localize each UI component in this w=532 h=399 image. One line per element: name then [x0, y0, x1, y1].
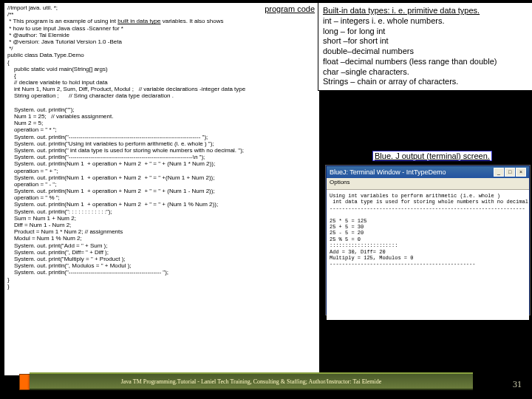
code-line: String operation ; // Sring character da… — [7, 92, 316, 99]
datatype-row: int – integers i. e. whole numbers. — [323, 16, 532, 27]
code-line: System. out. println("------------------… — [7, 154, 316, 160]
code-line — [7, 100, 316, 106]
code-line: Num 2 = 5; — [7, 120, 316, 126]
code-line: System. out. println(": : : : : : : : : … — [7, 208, 316, 215]
datatypes-heading: Built-in data types: i. e. primitive dat… — [323, 6, 532, 16]
slide-number: 31 — [513, 379, 522, 390]
terminal-title: BlueJ: Terminal Window - IntTypeDemo — [330, 168, 446, 176]
terminal-body: Using int variables to perform arithmeti… — [327, 190, 529, 320]
code-line: System. out. println("------------------… — [7, 134, 316, 140]
code-line: operation = " - "; — [7, 181, 316, 188]
code-line: public class Data.Type.Demo — [7, 52, 316, 58]
code-line: * @author: Tai Elemide — [7, 32, 316, 38]
code-line: System. out. println(""); — [7, 106, 316, 113]
code-line: Diff = Num 1 - Num 2; — [7, 222, 316, 228]
terminal-titlebar: BlueJ: Terminal Window - IntTypeDemo _□× — [327, 166, 529, 178]
code-line: System. out. println(", Modulos = " + Mo… — [7, 262, 316, 269]
code-line: * @version: Java Tutorial Version 1.0 -B… — [7, 38, 316, 45]
code-line: System. out. println(Num 1 + operation +… — [7, 160, 316, 167]
code-line: System. out. println(" int data type is … — [7, 147, 316, 154]
code-line: } — [7, 276, 316, 283]
footer-text: Java TM Programming.Tutorial - Laniel Te… — [121, 378, 382, 385]
code-line: int Num 1, Num 2, Sum, Diff, Product, Mo… — [7, 86, 316, 92]
code-line: operation = " % "; — [7, 194, 316, 201]
code-line: * This program is an example of using in… — [7, 18, 316, 24]
code-line: public static void main(String[] args) — [7, 66, 316, 72]
close-icon[interactable]: × — [516, 168, 526, 177]
code-line: // declare variable to hold input data — [7, 79, 316, 86]
footer-bar: Java TM Programming.Tutorial - Laniel Te… — [30, 372, 473, 390]
terminal-window: BlueJ: Terminal Window - IntTypeDemo _□×… — [326, 166, 530, 315]
code-line: operation = " * "; — [7, 126, 316, 133]
datatype-row: long – for long int — [323, 27, 532, 37]
code-box: //import java. util. *; /** * This progr… — [4, 2, 320, 376]
code-line: System. out. println(Num 1 + operation +… — [7, 201, 316, 208]
code-line: } — [7, 283, 316, 290]
datatype-row: short –for short int — [323, 36, 532, 47]
datatype-row: char –single characters. — [323, 67, 532, 78]
code-line: { — [7, 59, 316, 66]
datatype-row: double–decimal numbers — [323, 47, 532, 57]
datatype-row: Strings – chain or array of characters. — [323, 77, 532, 87]
terminal-menu[interactable]: Options — [327, 178, 529, 190]
code-line: Sum = Num 1 + Num 2; — [7, 215, 316, 222]
code-line: * how to use input Java class -Scanner f… — [7, 25, 316, 32]
label-bluej-output: Blue. J output (terminal) screen. — [372, 151, 492, 161]
code-line: System. out. println("Using int variable… — [7, 140, 316, 147]
minimize-icon[interactable]: _ — [494, 168, 504, 177]
code-line: System. out. print("Add = " + Sum ); — [7, 242, 316, 249]
code-line: Num 1 = 25; // variables assignment. — [7, 113, 316, 120]
code-line: */ — [7, 45, 316, 52]
code-line: System. out. println(Num 1 + operation +… — [7, 174, 316, 181]
code-line: System. out. print("Multiply = " + Produ… — [7, 256, 316, 262]
code-line: System. out. println(Num 1 + operation +… — [7, 188, 316, 194]
code-line: Modul = Num 1 % Num 2; — [7, 235, 316, 242]
datatype-row: float –decimal numbers (less range than … — [323, 57, 532, 67]
code-line: operation = " + "; — [7, 168, 316, 174]
code-line: { — [7, 72, 316, 79]
label-program-code: program code — [265, 4, 315, 13]
maximize-icon[interactable]: □ — [505, 168, 515, 177]
code-line: System. out. println(", Diff= " + Diff )… — [7, 249, 316, 256]
code-line: System. out. println("------------------… — [7, 269, 316, 276]
slide: program code //import java. util. *; /**… — [0, 0, 532, 399]
window-buttons: _□× — [493, 168, 526, 177]
code-line: Product = Num 1 * Num 2; // assignments — [7, 228, 316, 235]
datatypes-box: Built-in data types: i. e. primitive dat… — [318, 2, 532, 91]
